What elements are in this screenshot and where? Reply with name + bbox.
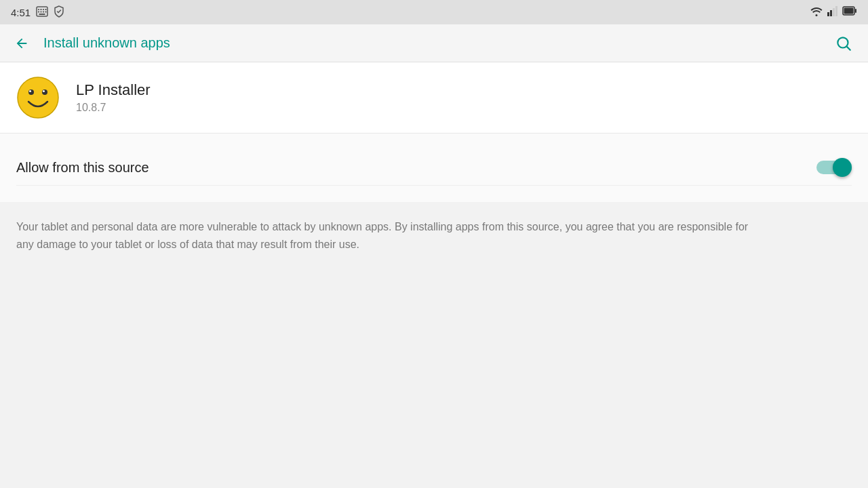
shield-icon — [54, 5, 64, 20]
app-row: LP Installer 10.8.7 — [0, 62, 868, 134]
svg-rect-10 — [827, 12, 829, 16]
keyboard-icon — [36, 6, 48, 19]
app-info: LP Installer 10.8.7 — [76, 81, 151, 114]
status-time: 4:51 — [11, 7, 31, 18]
toggle-thumb — [833, 158, 852, 177]
svg-rect-3 — [43, 9, 44, 10]
svg-point-20 — [28, 89, 34, 95]
svg-rect-9 — [39, 14, 45, 15]
svg-rect-6 — [41, 11, 42, 12]
allow-source-label: Allow from this source — [16, 160, 149, 176]
battery-icon — [842, 6, 857, 18]
svg-rect-8 — [45, 11, 47, 12]
svg-point-23 — [43, 90, 45, 92]
svg-rect-4 — [45, 9, 47, 10]
signal-icon — [827, 5, 838, 19]
svg-rect-11 — [830, 10, 832, 16]
svg-rect-16 — [855, 9, 856, 13]
svg-rect-15 — [844, 8, 854, 14]
app-icon — [16, 76, 60, 119]
svg-rect-13 — [835, 6, 837, 16]
search-button[interactable] — [830, 30, 857, 57]
allow-source-toggle[interactable] — [816, 158, 852, 177]
toolbar: Install unknown apps — [0, 24, 868, 62]
status-bar-right — [810, 5, 857, 19]
allow-source-row: Allow from this source — [16, 150, 852, 186]
svg-rect-2 — [41, 9, 42, 10]
app-version: 10.8.7 — [76, 102, 151, 114]
svg-point-21 — [42, 89, 47, 95]
warning-text: Your tablet and personal data are more v… — [0, 202, 773, 269]
toolbar-left: Install unknown apps — [11, 33, 170, 54]
status-bar-left: 4:51 — [11, 5, 64, 20]
back-button[interactable] — [11, 33, 33, 54]
svg-rect-7 — [43, 11, 44, 12]
status-bar: 4:51 — [0, 0, 868, 24]
svg-point-22 — [29, 90, 31, 92]
svg-rect-1 — [38, 9, 39, 10]
svg-rect-5 — [38, 11, 39, 12]
svg-rect-12 — [833, 8, 835, 16]
app-name: LP Installer — [76, 81, 151, 99]
page-title: Install unknown apps — [43, 35, 170, 51]
settings-section: Allow from this source — [0, 134, 868, 202]
wifi-icon — [810, 5, 823, 19]
